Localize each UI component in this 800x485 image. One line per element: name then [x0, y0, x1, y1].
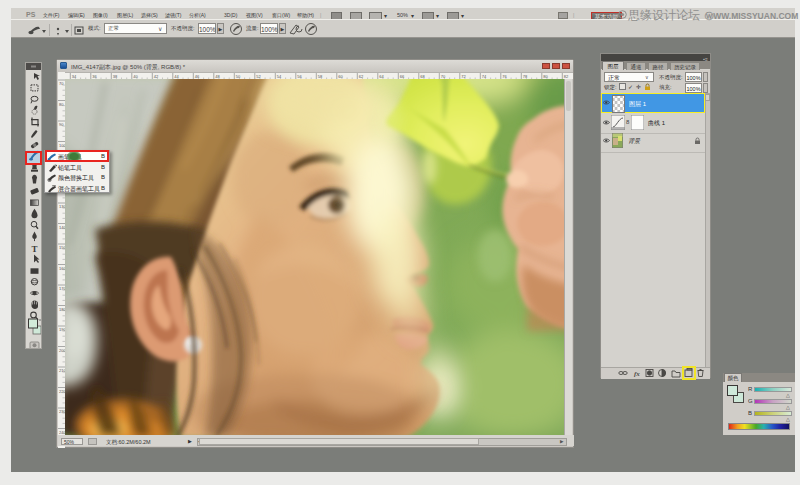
svg-text:64: 64 [379, 74, 384, 79]
svg-text:56: 56 [297, 74, 302, 79]
svg-text:fx: fx [634, 370, 640, 378]
svg-text:72: 72 [461, 74, 466, 79]
svg-text:70: 70 [441, 74, 446, 79]
svg-text:76: 76 [502, 74, 507, 79]
svg-text:52: 52 [256, 74, 261, 79]
svg-text:42: 42 [154, 74, 159, 79]
svg-text:44: 44 [174, 74, 179, 79]
svg-text:82: 82 [564, 74, 569, 79]
svg-text:58: 58 [318, 74, 323, 79]
svg-text:36: 36 [92, 74, 97, 79]
svg-text:34: 34 [72, 74, 77, 79]
svg-text:54: 54 [277, 74, 282, 79]
svg-text:66: 66 [400, 74, 405, 79]
svg-text:50: 50 [236, 74, 241, 79]
svg-text:68: 68 [420, 74, 425, 79]
svg-text:80: 80 [543, 74, 548, 79]
svg-text:40: 40 [133, 74, 138, 79]
svg-text:46: 46 [195, 74, 200, 79]
svg-text:38: 38 [113, 74, 118, 79]
svg-text:48: 48 [215, 74, 220, 79]
svg-text:60: 60 [338, 74, 343, 79]
svg-text:T: T [32, 244, 38, 254]
svg-text:62: 62 [359, 74, 364, 79]
svg-text:74: 74 [482, 74, 487, 79]
svg-text:78: 78 [523, 74, 528, 79]
